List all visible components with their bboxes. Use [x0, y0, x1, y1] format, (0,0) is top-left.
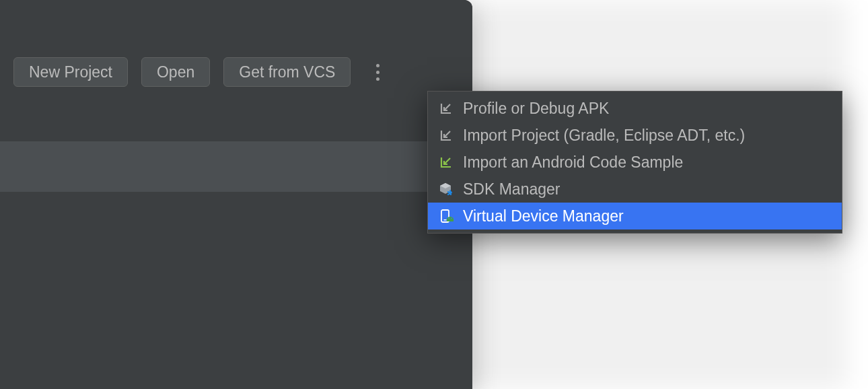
open-button[interactable]: Open	[141, 57, 210, 87]
menu-item-sdk-manager[interactable]: SDK Manager	[428, 176, 842, 203]
svg-point-2	[448, 218, 449, 219]
welcome-window: New Project Open Get from VCS	[0, 0, 472, 389]
menu-item-label: Profile or Debug APK	[463, 100, 609, 118]
recent-projects-band	[0, 141, 472, 192]
menu-item-virtual-device-manager[interactable]: Virtual Device Manager	[428, 203, 842, 229]
vertical-ellipsis-icon	[376, 64, 379, 81]
menu-item-label: Import an Android Code Sample	[463, 153, 683, 172]
menu-item-import-android-sample[interactable]: Import an Android Code Sample	[428, 149, 842, 176]
new-project-button[interactable]: New Project	[13, 57, 128, 87]
svg-rect-1	[444, 219, 447, 221]
sdk-box-icon	[439, 182, 454, 197]
import-arrow-icon	[439, 101, 454, 116]
menu-item-label: Virtual Device Manager	[463, 207, 624, 225]
more-actions-button[interactable]	[369, 57, 386, 87]
menu-item-import-project[interactable]: Import Project (Gradle, Eclipse ADT, etc…	[428, 122, 842, 149]
toolbar: New Project Open Get from VCS	[0, 0, 472, 87]
svg-point-3	[451, 218, 452, 219]
menu-item-label: SDK Manager	[463, 180, 560, 199]
import-android-icon	[439, 155, 454, 170]
more-actions-menu: Profile or Debug APK Import Project (Gra…	[427, 91, 842, 234]
import-arrow-icon	[439, 128, 454, 143]
get-from-vcs-button[interactable]: Get from VCS	[223, 57, 351, 87]
menu-item-profile-debug-apk[interactable]: Profile or Debug APK	[428, 95, 842, 122]
menu-item-label: Import Project (Gradle, Eclipse ADT, etc…	[463, 127, 745, 145]
window-top: New Project Open Get from VCS	[0, 0, 472, 101]
device-icon	[439, 209, 454, 223]
